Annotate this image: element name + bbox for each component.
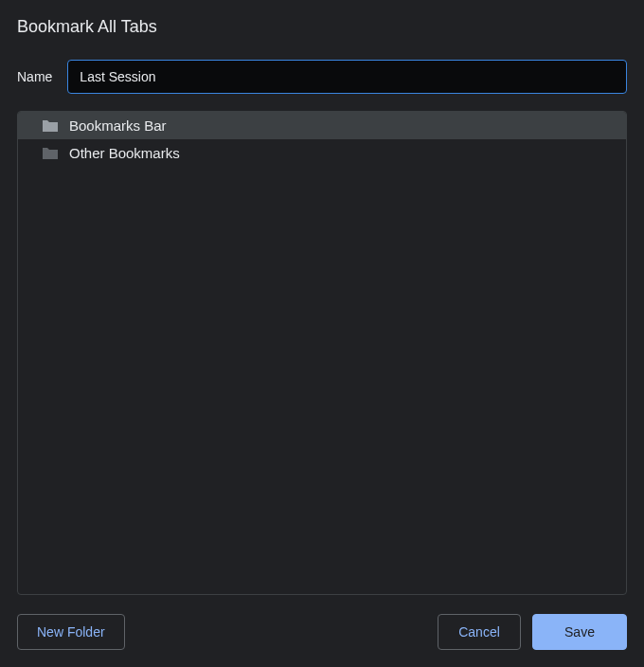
name-row: Name	[17, 60, 627, 94]
new-folder-button[interactable]: New Folder	[17, 614, 125, 650]
folder-label: Bookmarks Bar	[69, 117, 167, 134]
folder-item-bookmarks-bar[interactable]: Bookmarks Bar	[18, 112, 626, 139]
cancel-button[interactable]: Cancel	[438, 614, 521, 650]
dialog-title: Bookmark All Tabs	[17, 17, 627, 37]
save-button[interactable]: Save	[532, 614, 627, 650]
folder-item-other-bookmarks[interactable]: Other Bookmarks	[18, 139, 626, 167]
folder-label: Other Bookmarks	[69, 145, 180, 161]
folder-icon	[41, 146, 60, 161]
folder-icon	[41, 118, 60, 134]
folder-tree[interactable]: Bookmarks Bar Other Bookmarks	[17, 111, 627, 595]
name-label: Name	[17, 69, 52, 84]
bookmark-name-input[interactable]	[67, 60, 627, 94]
button-row: New Folder Cancel Save	[17, 614, 627, 650]
